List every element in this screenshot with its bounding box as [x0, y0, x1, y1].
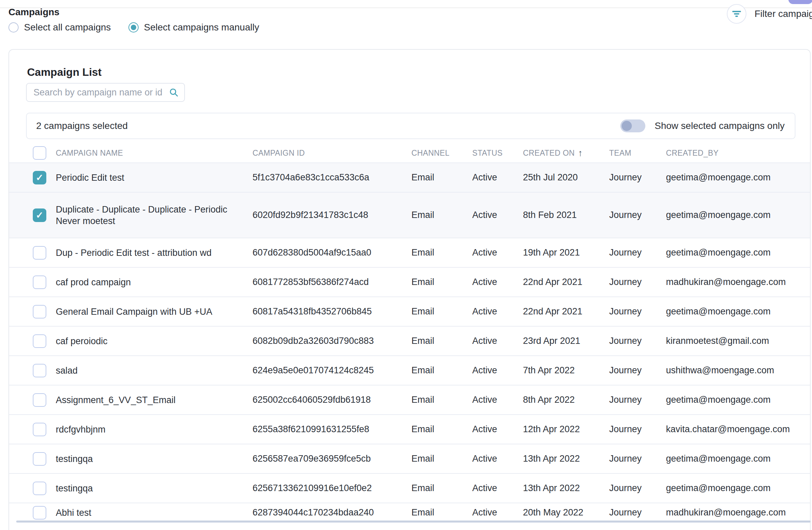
selection-summary-bar: 2 campaigns selected Show selected campa… — [26, 113, 795, 139]
table-row[interactable]: Dup - Periodic Edit test - attribution w… — [9, 238, 810, 267]
header-created-on[interactable]: CREATED ON ↑ — [523, 149, 609, 158]
cell-created-by: kavita.chatar@moengage.com — [666, 424, 803, 435]
row-checkbox[interactable] — [33, 364, 46, 377]
cell-created-by: geetima@moengage.com — [666, 395, 803, 405]
cell-campaign-id: 6287394044c170234bdaa240 — [252, 507, 411, 518]
cell-status: Active — [472, 507, 523, 518]
cell-created-on: 12th Apr 2022 — [523, 424, 609, 435]
table-row[interactable]: rdcfgvhbjnm6255a38f6210991631255fe8Email… — [9, 414, 810, 444]
search-icon[interactable] — [169, 87, 179, 97]
table-row[interactable]: ✓Periodic Edit test5f1c3704a6e83c1cca533… — [9, 163, 810, 192]
radio-select-campaigns-manually[interactable]: Select campaigns manually — [129, 22, 259, 33]
cell-team: Journey — [609, 247, 666, 258]
row-checkbox[interactable] — [33, 452, 46, 466]
cell-team: Journey — [609, 306, 666, 317]
cell-created-on: 19th Apr 2021 — [523, 247, 609, 258]
filter-icon[interactable] — [727, 4, 746, 24]
cell-team: Journey — [609, 365, 666, 376]
cell-campaign-id: 625002cc64060529fdb61918 — [252, 395, 411, 405]
row-checkbox[interactable] — [33, 482, 46, 495]
campaign-table: CAMPAIGN NAME CAMPAIGN ID CHANNEL STATUS… — [9, 143, 810, 522]
cell-team: Journey — [609, 336, 666, 346]
cell-status: Active — [472, 424, 523, 435]
row-checkbox[interactable]: ✓ — [33, 171, 46, 184]
sort-ascending-icon[interactable]: ↑ — [578, 149, 583, 158]
cell-channel: Email — [411, 306, 472, 317]
header-team[interactable]: TEAM — [609, 149, 666, 158]
cell-channel: Email — [411, 210, 472, 220]
cell-channel: Email — [411, 424, 472, 435]
cell-campaign-id: 6256587ea709e36959fce5cb — [252, 454, 411, 464]
table-row[interactable]: ✓Duplicate - Duplicate - Duplicate - Per… — [9, 192, 810, 238]
cell-channel: Email — [411, 365, 472, 376]
row-checkbox[interactable]: ✓ — [33, 208, 46, 222]
table-body: ✓Periodic Edit test5f1c3704a6e83c1cca533… — [9, 163, 810, 522]
header-campaign-id[interactable]: CAMPAIGN ID — [252, 149, 411, 158]
cell-created-on: 8th Feb 2021 — [523, 210, 609, 220]
filter-campaigns-button[interactable]: Filter campaigns — [727, 4, 812, 24]
show-selected-toggle[interactable] — [620, 120, 646, 132]
table-row[interactable]: General Email Campaign with UB +UA60817a… — [9, 296, 810, 326]
row-checkbox[interactable] — [33, 334, 46, 348]
table-row[interactable]: testingqa6256587ea709e36959fce5cbEmailAc… — [9, 444, 810, 473]
select-all-checkbox[interactable] — [33, 146, 46, 160]
cell-campaign-name: General Email Campaign with UB +UA — [56, 306, 252, 318]
cell-campaign-name: salad — [56, 365, 252, 376]
header-status[interactable]: STATUS — [472, 149, 523, 158]
cell-team: Journey — [609, 454, 666, 464]
row-checkbox[interactable] — [33, 276, 46, 289]
radio-select-all-campaigns[interactable]: Select all campaigns — [9, 22, 111, 33]
selected-count-text: 2 campaigns selected — [27, 121, 128, 131]
radio-label: Select campaigns manually — [144, 22, 259, 33]
table-row[interactable]: Assignment_6_VV_ST_Email625002cc64060529… — [9, 385, 810, 414]
campaign-list-card: Campaign List 2 campaigns selected Show … — [9, 49, 811, 530]
table-header-row: CAMPAIGN NAME CAMPAIGN ID CHANNEL STATUS… — [9, 143, 810, 163]
row-checkbox[interactable] — [33, 393, 46, 407]
campaign-selection-radio-group: Select all campaigns Select campaigns ma… — [9, 19, 259, 35]
cell-created-by: geetima@moengage.com — [666, 172, 803, 183]
radio-icon[interactable] — [129, 22, 139, 32]
header-campaign-name[interactable]: CAMPAIGN NAME — [56, 149, 252, 158]
toggle-knob[interactable] — [622, 121, 632, 131]
cell-status: Active — [472, 454, 523, 464]
cell-status: Active — [472, 247, 523, 258]
table-row[interactable]: caf prod campaign6081772853bf56386f274ac… — [9, 267, 810, 296]
cell-created-by: geetima@moengage.com — [666, 454, 803, 464]
cell-status: Active — [472, 277, 523, 287]
table-row[interactable]: caf peroiodic6082b09db2a32603d790c883Ema… — [9, 326, 810, 355]
table-row[interactable]: testingqa6256713362109916e10ef0e2EmailAc… — [9, 473, 810, 503]
cell-created-on: 13th Apr 2022 — [523, 483, 609, 493]
cell-created-on: 25th Jul 2020 — [523, 172, 609, 183]
radio-icon[interactable] — [9, 22, 18, 32]
cell-status: Active — [472, 210, 523, 220]
radio-label: Select all campaigns — [24, 22, 111, 33]
cell-created-by: kiranmoetest@gmail.com — [666, 336, 803, 346]
row-checkbox[interactable] — [33, 423, 46, 436]
cell-team: Journey — [609, 172, 666, 183]
row-checkbox[interactable] — [33, 246, 46, 260]
show-selected-toggle-wrap: Show selected campaigns only — [620, 120, 795, 132]
cell-campaign-name: Assignment_6_VV_ST_Email — [56, 394, 252, 406]
row-checkbox[interactable] — [33, 506, 46, 519]
horizontal-scrollbar[interactable] — [16, 520, 811, 522]
campaign-search-box[interactable] — [26, 83, 185, 102]
table-row[interactable]: Abhi test6287394044c170234bdaa240EmailAc… — [9, 503, 810, 522]
row-checkbox[interactable] — [33, 305, 46, 319]
cell-created-on: 20th May 2022 — [523, 507, 609, 518]
cell-channel: Email — [411, 507, 472, 518]
cell-campaign-id: 624e9a5e0e017074124c8245 — [252, 365, 411, 376]
cell-campaign-name: testingqa — [56, 483, 252, 494]
table-row[interactable]: salad624e9a5e0e017074124c8245EmailActive… — [9, 355, 810, 385]
search-input[interactable] — [27, 87, 169, 98]
cell-status: Active — [472, 365, 523, 376]
cell-campaign-name: rdcfgvhbjnm — [56, 424, 252, 435]
cell-team: Journey — [609, 210, 666, 220]
floating-button-partial[interactable] — [788, 0, 812, 4]
cell-status: Active — [472, 306, 523, 317]
cell-created-by: geetima@moengage.com — [666, 210, 803, 220]
cell-campaign-name: Duplicate - Duplicate - Duplicate - Peri… — [56, 204, 252, 227]
header-created-on-label: CREATED ON — [523, 149, 575, 158]
header-created-by[interactable]: CREATED_BY — [666, 149, 803, 158]
cell-created-on: 23rd Apr 2021 — [523, 336, 609, 346]
header-channel[interactable]: CHANNEL — [411, 149, 472, 158]
